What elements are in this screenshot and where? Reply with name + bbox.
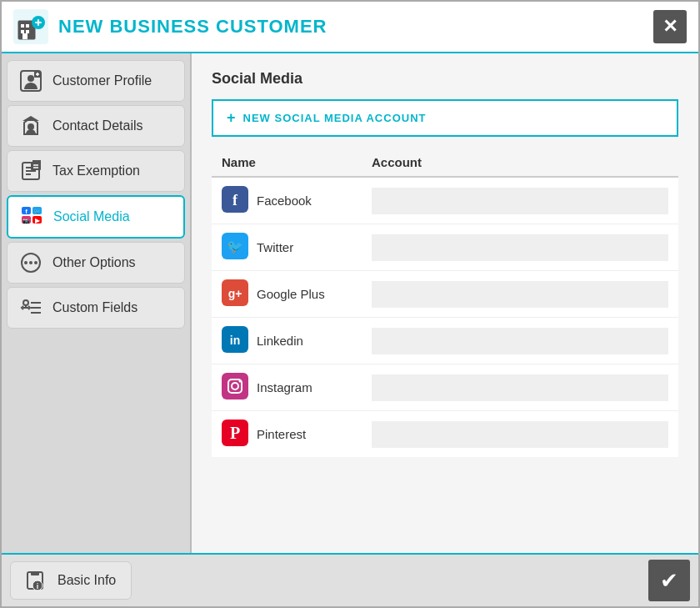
social-account-cell-pinterest (362, 416, 678, 453)
instagram-icon (222, 373, 248, 402)
svg-rect-9 (38, 19, 39, 26)
svg-rect-47 (222, 373, 248, 399)
svg-text:▶: ▶ (35, 217, 41, 224)
col-header-name: Name (222, 155, 372, 169)
pinterest-icon: P (222, 420, 248, 449)
building-plus-icon (13, 9, 48, 44)
svg-point-35 (23, 300, 28, 305)
table-row: in Linkedin (212, 318, 678, 364)
sidebar-label-social-media: Social Media (53, 209, 130, 224)
basic-info-label: Basic Info (58, 573, 116, 588)
social-name-cell-instagram: Instagram (212, 364, 362, 410)
table-row: Instagram (212, 364, 678, 411)
svg-text:in: in (230, 334, 240, 347)
facebook-icon: f (222, 186, 248, 215)
add-social-media-button[interactable]: + NEW SOCIAL MEDIA ACCOUNT (212, 99, 678, 137)
contact-details-icon (19, 114, 42, 138)
googleplus-icon: g+ (222, 279, 248, 309)
social-account-cell-twitter (362, 229, 678, 266)
table-row: P Pinterest (212, 411, 678, 457)
main-content: Social Media + NEW SOCIAL MEDIA ACCOUNT … (192, 53, 698, 553)
table-row: f Facebook (212, 178, 678, 224)
dialog-header: NEW BUSINESS CUSTOMER ✕ (2, 2, 698, 53)
googleplus-name-label: Google Plus (257, 287, 325, 301)
plus-icon: + (227, 109, 237, 127)
sidebar-item-social-media[interactable]: f 🐦 📷 ▶ Social Media (7, 195, 185, 239)
dialog-title: NEW BUSINESS CUSTOMER (58, 16, 328, 38)
basic-info-button[interactable]: i Basic Info (10, 561, 132, 600)
pinterest-name-label: Pinterest (257, 427, 306, 441)
instagram-name-label: Instagram (257, 380, 312, 394)
facebook-name-label: Facebook (257, 193, 312, 208)
new-business-customer-dialog: NEW BUSINESS CUSTOMER ✕ Customer Profile (0, 0, 700, 608)
googleplus-account-input[interactable] (372, 281, 668, 308)
dialog-footer: i Basic Info ✔ (2, 553, 698, 606)
sidebar-label-custom-fields: Custom Fields (52, 300, 138, 315)
other-options-icon (19, 251, 42, 274)
sidebar-item-tax-exemption[interactable]: Tax Exemption (7, 150, 185, 192)
twitter-name-label: Twitter (257, 240, 293, 254)
col-header-account: Account (372, 155, 668, 169)
svg-rect-4 (21, 30, 24, 33)
linkedin-account-input[interactable] (372, 328, 668, 354)
add-button-label: NEW SOCIAL MEDIA ACCOUNT (243, 112, 427, 124)
social-account-cell-linkedin (362, 323, 678, 359)
confirm-button[interactable]: ✔ (648, 560, 690, 601)
sidebar-item-custom-fields[interactable]: Custom Fields (7, 287, 185, 329)
svg-text:f: f (232, 192, 238, 209)
sidebar-label-tax-exemption: Tax Exemption (52, 163, 140, 178)
sidebar: Customer Profile Contact Details (2, 53, 192, 553)
social-rows-container: f Facebook 🐦 Twitter g+ Google Plus (212, 178, 678, 457)
sidebar-item-contact-details[interactable]: Contact Details (7, 105, 185, 147)
sidebar-label-other-options: Other Options (52, 255, 136, 270)
tax-exemption-icon (19, 159, 42, 183)
svg-point-33 (29, 261, 32, 264)
svg-rect-5 (26, 30, 29, 33)
sidebar-item-customer-profile[interactable]: Customer Profile (7, 60, 185, 102)
facebook-account-input[interactable] (372, 188, 668, 214)
custom-fields-icon (19, 296, 42, 319)
svg-rect-2 (21, 24, 24, 28)
social-table-header: Name Account (212, 148, 678, 178)
svg-rect-6 (22, 33, 28, 39)
social-name-cell-pinterest: P Pinterest (212, 411, 362, 457)
close-button[interactable]: ✕ (653, 10, 687, 43)
dialog-body: Customer Profile Contact Details (2, 53, 698, 553)
sidebar-item-other-options[interactable]: Other Options (7, 242, 185, 284)
svg-point-50 (239, 380, 242, 383)
social-account-cell-facebook (362, 183, 678, 219)
svg-text:g+: g+ (228, 287, 242, 300)
svg-rect-54 (31, 572, 39, 575)
svg-point-34 (34, 261, 38, 264)
linkedin-icon: in (222, 326, 248, 355)
svg-rect-3 (26, 24, 29, 28)
svg-text:f: f (25, 208, 28, 215)
table-row: 🐦 Twitter (212, 224, 678, 271)
customer-profile-icon (19, 69, 42, 93)
pinterest-account-input[interactable] (372, 421, 668, 448)
twitter-account-input[interactable] (372, 234, 668, 261)
social-name-cell-linkedin: in Linkedin (212, 318, 362, 364)
linkedin-name-label: Linkedin (257, 334, 303, 348)
header-left: NEW BUSINESS CUSTOMER (13, 9, 328, 44)
sidebar-label-contact-details: Contact Details (52, 118, 143, 133)
social-name-cell-facebook: f Facebook (212, 178, 362, 224)
svg-point-32 (24, 261, 28, 264)
social-media-icon: f 🐦 📷 ▶ (20, 205, 43, 229)
sidebar-label-customer-profile: Customer Profile (52, 73, 152, 88)
svg-text:🐦: 🐦 (33, 208, 41, 215)
social-account-cell-googleplus (362, 276, 678, 313)
table-row: g+ Google Plus (212, 271, 678, 318)
section-title: Social Media (212, 70, 678, 88)
social-name-cell-twitter: 🐦 Twitter (212, 224, 362, 270)
basic-info-icon: i (26, 569, 49, 592)
social-account-cell-instagram (362, 369, 678, 406)
svg-text:📷: 📷 (22, 217, 30, 224)
twitter-icon: 🐦 (222, 233, 248, 262)
svg-point-11 (28, 75, 34, 82)
social-name-cell-googleplus: g+ Google Plus (212, 271, 362, 317)
svg-point-15 (28, 123, 34, 130)
instagram-account-input[interactable] (372, 374, 668, 401)
svg-rect-20 (31, 162, 41, 170)
svg-text:i: i (37, 582, 39, 590)
